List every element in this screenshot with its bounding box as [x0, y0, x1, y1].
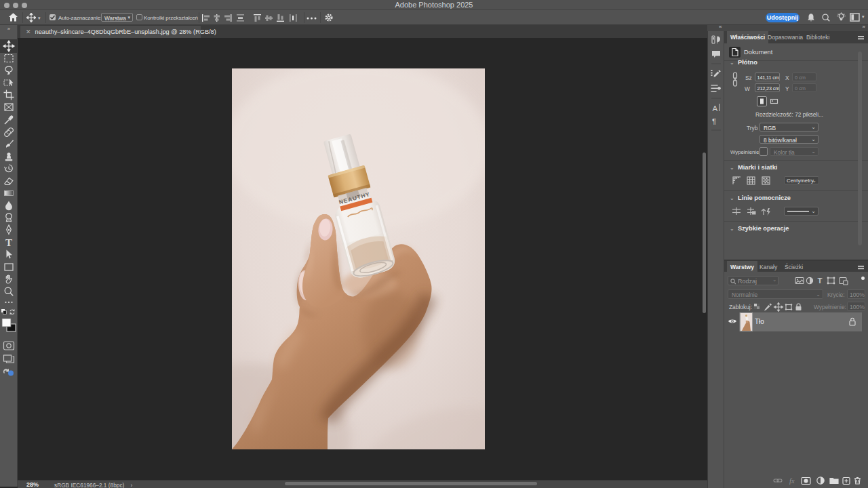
svg-text:T: T	[5, 237, 12, 248]
svg-text:A: A	[713, 104, 718, 113]
svg-text:¶: ¶	[712, 117, 716, 125]
svg-text:T: T	[818, 277, 823, 285]
svg-text:fx: fx	[789, 477, 795, 485]
